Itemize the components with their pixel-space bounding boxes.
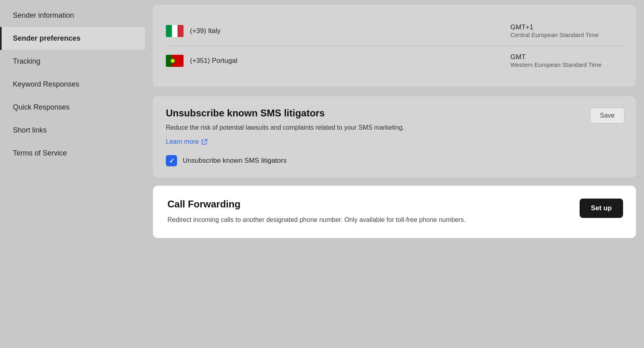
unsubscribe-checkbox[interactable]: ✓ [166, 155, 177, 166]
call-forwarding-card: Set up Call Forwarding Redirect incoming… [153, 186, 636, 238]
unsubscribe-card: Save Unsubscribe known SMS litigators Re… [153, 96, 636, 178]
italy-tz-code: GMT+1 [510, 23, 533, 31]
table-row: (+39) Italy GMT+1 Central European Stand… [166, 16, 623, 46]
learn-more-link[interactable]: Learn more [166, 138, 208, 145]
table-row: (+351) Portugal GMT Western European Sta… [166, 46, 623, 75]
portugal-flag-icon [166, 55, 184, 67]
external-link-icon [201, 139, 208, 145]
sidebar-item-short-links[interactable]: Short links [0, 119, 145, 142]
unsubscribe-checkbox-label: Unsubscribe known SMS litigators [183, 157, 287, 165]
italy-tz-name: Central European Standard Time [510, 31, 599, 38]
main-content: (+39) Italy GMT+1 Central European Stand… [145, 0, 644, 348]
portugal-tz-name: Western European Standard Time [510, 61, 602, 68]
sidebar-item-sender-information[interactable]: Sender information [0, 4, 145, 27]
sidebar-item-terms-of-service[interactable]: Terms of Service [0, 142, 145, 165]
save-button[interactable]: Save [590, 108, 625, 124]
portugal-country-label: (+351) Portugal [190, 57, 510, 65]
sidebar-item-sender-preferences[interactable]: Sender preferences [0, 27, 145, 50]
italy-timezone-info: GMT+1 Central European Standard Time [510, 23, 623, 38]
sidebar: Sender information Sender preferences Tr… [0, 0, 145, 348]
sidebar-item-tracking[interactable]: Tracking [0, 50, 145, 73]
learn-more-label: Learn more [166, 138, 199, 145]
italy-country-label: (+39) Italy [190, 27, 510, 35]
sidebar-item-quick-responses[interactable]: Quick Responses [0, 96, 145, 119]
call-forwarding-title: Call Forwarding [167, 199, 621, 210]
italy-flag-icon [166, 25, 184, 37]
timezone-card: (+39) Italy GMT+1 Central European Stand… [153, 5, 636, 87]
portugal-tz-code: GMT [510, 53, 526, 61]
checkmark-icon: ✓ [169, 157, 174, 165]
sidebar-item-keyword-responses[interactable]: Keyword Responses [0, 73, 145, 96]
portugal-timezone-info: GMT Western European Standard Time [510, 53, 623, 68]
setup-button[interactable]: Set up [580, 199, 623, 218]
unsubscribe-checkbox-row: ✓ Unsubscribe known SMS litigators [166, 155, 623, 166]
unsubscribe-card-description: Reduce the risk of potential lawsuits an… [166, 123, 496, 133]
unsubscribe-card-title: Unsubscribe known SMS litigators [166, 108, 623, 119]
call-forwarding-description: Redirect incoming calls to another desig… [167, 215, 497, 225]
